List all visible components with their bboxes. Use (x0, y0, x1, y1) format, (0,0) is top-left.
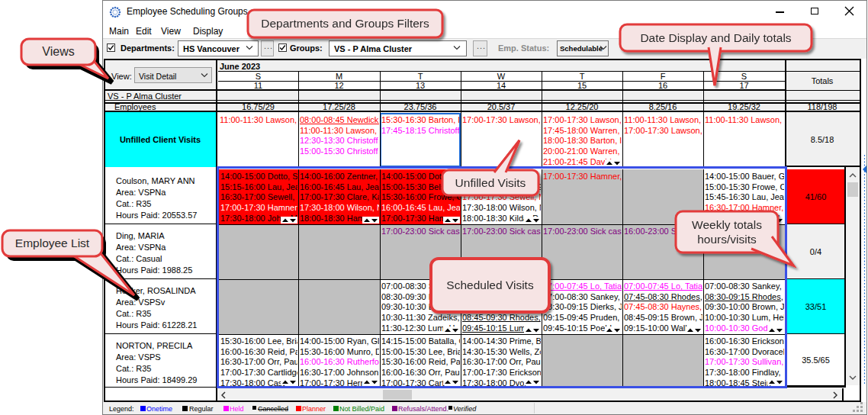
svg-text:Views: Views (42, 45, 74, 58)
svg-text:Unfilled Visits: Unfilled Visits (455, 176, 526, 189)
svg-text:Date Display and Daily totals: Date Display and Daily totals (640, 31, 791, 44)
svg-text:Departments and Groups Filters: Departments and Groups Filters (261, 17, 429, 30)
svg-text:Employee List: Employee List (15, 236, 90, 249)
svg-text:Scheduled Visits: Scheduled Visits (446, 278, 534, 291)
svg-text:Weekly totals: Weekly totals (692, 218, 762, 231)
svg-text:hours/visits: hours/visits (697, 233, 757, 246)
